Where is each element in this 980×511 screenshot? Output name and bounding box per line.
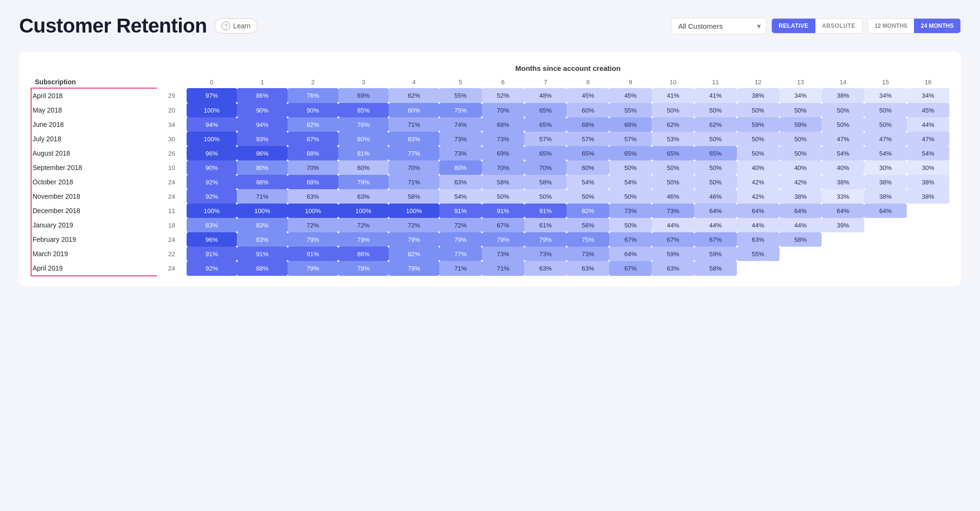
absolute-toggle[interactable]: ABSOLUTE [815, 19, 862, 33]
data-cell: 80% [439, 160, 482, 175]
data-cell: 64% [864, 204, 907, 218]
data-cell: 100% [237, 204, 288, 218]
data-cell [864, 218, 907, 232]
data-cell: 33% [822, 189, 864, 204]
24months-toggle[interactable]: 24 MONTHS [914, 19, 960, 33]
data-cell: 79% [338, 232, 389, 247]
data-cell: 91% [482, 204, 524, 218]
data-cell: 72% [439, 218, 482, 232]
data-cell: 79% [288, 232, 338, 247]
row-label: April 2019 [31, 261, 157, 276]
data-cell: 87% [288, 132, 338, 146]
data-cell: 79% [288, 261, 338, 276]
data-cell: 68% [609, 117, 652, 132]
data-cell: 82% [288, 117, 338, 132]
col-4: 4 [389, 76, 439, 88]
data-cell: 45% [609, 88, 652, 103]
data-cell: 47% [864, 132, 907, 146]
data-cell: 100% [288, 204, 338, 218]
data-cell: 92% [187, 175, 237, 189]
column-numbers-row: Subscription 0 1 2 3 4 5 6 7 8 9 10 11 1… [31, 76, 949, 88]
data-cell: 60% [338, 160, 389, 175]
data-cell: 67% [652, 232, 694, 247]
data-cell: 83% [237, 218, 288, 232]
row-count: 34 [157, 117, 187, 132]
data-cell: 90% [187, 160, 237, 175]
data-cell: 73% [609, 204, 652, 218]
data-cell: 34% [864, 88, 907, 103]
header-left: Customer Retention ? Learn [19, 14, 257, 37]
data-cell: 42% [737, 175, 780, 189]
learn-button[interactable]: ? Learn [214, 18, 257, 34]
data-cell: 50% [737, 146, 780, 160]
data-cell: 38% [907, 189, 949, 204]
data-cell: 50% [694, 103, 737, 117]
data-cell: 54% [864, 146, 907, 160]
col-12: 12 [737, 76, 780, 88]
data-cell: 88% [288, 175, 338, 189]
data-cell: 70% [524, 160, 567, 175]
data-cell: 65% [524, 117, 567, 132]
data-cell: 72% [389, 218, 439, 232]
data-cell: 63% [737, 232, 780, 247]
data-cell: 62% [652, 117, 694, 132]
row-label: May 2018 [31, 103, 157, 117]
data-cell: 77% [389, 146, 439, 160]
table-row: June 20183494%94%82%76%71%74%68%65%68%68… [31, 117, 949, 132]
data-cell: 70% [482, 160, 524, 175]
section-title: Months since account creation [187, 61, 949, 76]
row-label: March 2019 [31, 247, 157, 261]
data-cell: 44% [694, 218, 737, 232]
data-cell: 73% [524, 247, 567, 261]
col-16: 16 [907, 76, 949, 88]
data-cell: 48% [524, 88, 567, 103]
relative-toggle[interactable]: RELATIVE [772, 19, 815, 33]
data-cell: 79% [389, 232, 439, 247]
data-cell: 63% [288, 189, 338, 204]
row-label: November 2018 [31, 189, 157, 204]
data-cell: 42% [780, 175, 822, 189]
data-cell: 81% [338, 146, 389, 160]
table-row: May 201820100%90%90%85%80%75%70%65%60%55… [31, 103, 949, 117]
data-cell: 50% [780, 103, 822, 117]
data-cell: 64% [822, 204, 864, 218]
data-cell: 70% [288, 160, 338, 175]
data-cell: 65% [694, 146, 737, 160]
row-label: February 2019 [31, 232, 157, 247]
data-cell: 59% [780, 117, 822, 132]
data-cell: 73% [439, 132, 482, 146]
data-cell: 72% [288, 218, 338, 232]
data-cell: 59% [694, 247, 737, 261]
data-cell: 97% [187, 88, 237, 103]
table-row: February 20192496%83%79%79%79%79%79%79%7… [31, 232, 949, 247]
data-cell: 50% [652, 160, 694, 175]
data-cell: 50% [567, 189, 609, 204]
12months-toggle[interactable]: 12 MONTHS [868, 19, 914, 33]
row-label: January 2019 [31, 218, 157, 232]
data-cell: 50% [524, 189, 567, 204]
data-cell: 75% [567, 232, 609, 247]
data-cell: 54% [439, 189, 482, 204]
data-cell: 58% [694, 261, 737, 276]
data-cell: 64% [737, 204, 780, 218]
row-label: October 2018 [31, 175, 157, 189]
data-cell: 40% [822, 160, 864, 175]
retention-table-container: Months since account creation Subscripti… [19, 52, 961, 286]
data-cell: 68% [567, 117, 609, 132]
col-7: 7 [524, 76, 567, 88]
row-label: December 2018 [31, 204, 157, 218]
page-header: Customer Retention ? Learn All Customers… [19, 14, 961, 37]
row-count: 22 [157, 247, 187, 261]
data-cell: 61% [524, 218, 567, 232]
data-cell: 74% [439, 117, 482, 132]
data-cell: 92% [187, 189, 237, 204]
data-cell: 96% [237, 146, 288, 160]
data-cell: 83% [187, 218, 237, 232]
data-cell: 100% [338, 204, 389, 218]
customers-select[interactable]: All Customers [671, 18, 767, 34]
data-cell: 96% [187, 146, 237, 160]
row-label: July 2018 [31, 132, 157, 146]
data-cell: 50% [609, 218, 652, 232]
data-cell: 58% [482, 175, 524, 189]
data-cell: 50% [822, 117, 864, 132]
